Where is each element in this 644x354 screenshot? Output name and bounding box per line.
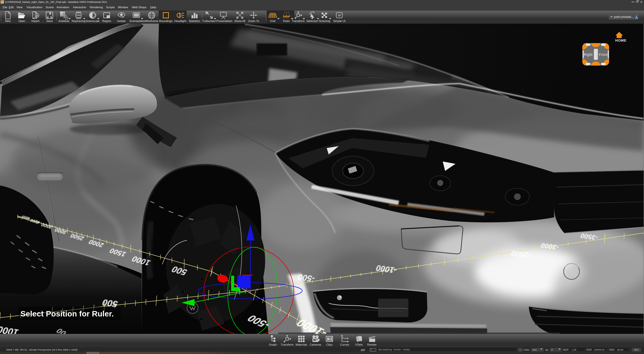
svg-text:2: 2 — [288, 12, 289, 14]
svg-text:UI: UI — [338, 14, 340, 17]
svg-text:Right: Right — [584, 52, 592, 57]
svg-text:Select Position for Ruler.: Select Position for Ruler. — [20, 309, 114, 318]
svg-text:CPU: CPU — [76, 14, 80, 16]
svg-text:0: 0 — [284, 12, 286, 14]
svg-text:Front: Front — [599, 52, 608, 57]
svg-text:HOME: HOME — [615, 38, 626, 42]
svg-text:1: 1 — [286, 12, 287, 14]
